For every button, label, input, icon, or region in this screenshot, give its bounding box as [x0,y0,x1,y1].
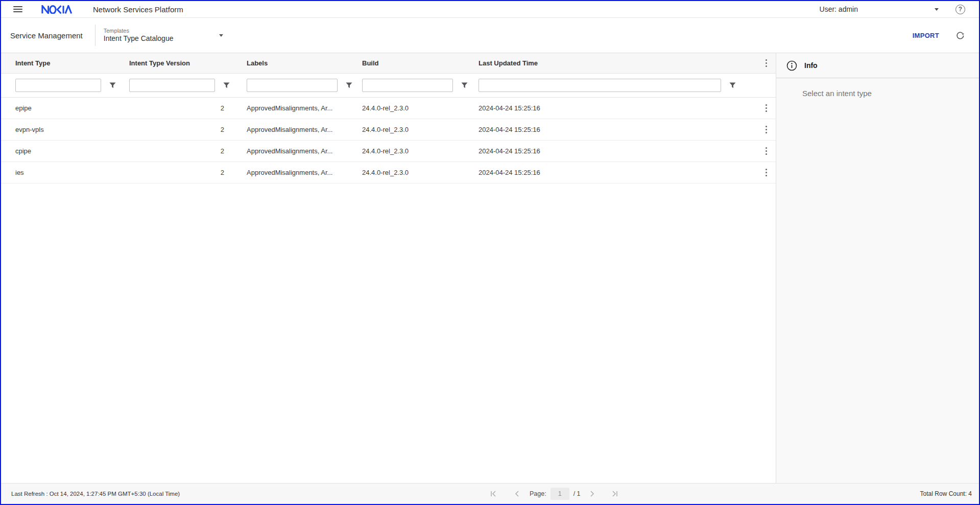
funnel-icon[interactable] [461,82,468,88]
cell-build: 24.4.0-rel_2.3.0 [362,126,479,133]
table-row-epipe[interactable]: epipe 2 ApprovedMisalignments, Ar... 24.… [1,98,776,119]
refresh-icon[interactable] [955,31,965,40]
cell-version: 2 [129,104,247,112]
user-menu-label: User: admin [820,5,858,13]
cell-build: 24.4.0-rel_2.3.0 [362,169,479,176]
info-panel-placeholder: Select an intent type [802,89,979,98]
filter-input-build[interactable] [362,79,453,92]
column-header-last-updated-time: Last Updated Time [479,59,737,67]
hamburger-menu-icon[interactable] [13,6,22,12]
nokia-logo [41,5,73,14]
cell-intent-type: epipe [15,104,129,112]
templates-dropdown-value: Intent Type Catalogue [104,34,174,43]
import-button[interactable]: IMPORT [913,32,939,39]
cell-build: 24.4.0-rel_2.3.0 [362,147,479,155]
total-row-count: Total Row Count: 4 [920,490,979,497]
templates-dropdown[interactable]: Templates Intent Type Catalogue [104,28,231,43]
cell-version: 2 [129,169,247,176]
table-row-evpn-vpls[interactable]: evpn-vpls 2 ApprovedMisalignments, Ar...… [1,119,776,141]
cell-last-updated: 2024-04-24 15:25:16 [479,169,737,176]
row-actions-kebab-icon[interactable] [763,146,770,157]
first-page-icon[interactable] [489,490,498,498]
table-filter-row [1,74,776,98]
column-header-build: Build [362,59,479,67]
cell-last-updated: 2024-04-24 15:25:16 [479,126,737,133]
cell-last-updated: 2024-04-24 15:25:16 [479,147,737,155]
funnel-icon[interactable] [346,82,352,88]
page-total: / 1 [573,490,581,497]
column-header-intent-type: Intent Type [15,59,129,67]
last-refresh-text: Last Refresh : Oct 14, 2024, 1:27:45 PM … [1,491,180,497]
info-circle-icon [786,60,797,71]
pagination: Page: / 1 [489,488,619,500]
info-panel-header: Info [776,53,979,78]
chevron-down-icon[interactable] [935,8,939,11]
divider [95,25,95,46]
cell-intent-type: cpipe [15,147,129,155]
cell-labels: ApprovedMisalignments, Ar... [247,169,362,176]
funnel-icon[interactable] [109,82,116,88]
help-icon[interactable]: ? [955,5,965,14]
prev-page-icon[interactable] [514,490,520,498]
table-empty-area [1,183,776,483]
status-bar: Last Refresh : Oct 14, 2024, 1:27:45 PM … [1,483,979,504]
cell-labels: ApprovedMisalignments, Ar... [247,104,362,112]
info-panel-title: Info [804,61,818,70]
cell-version: 2 [129,126,247,133]
intent-type-table: Intent Type Intent Type Version Labels B… [1,53,776,483]
toolbar: Service Management Templates Intent Type… [1,18,979,53]
funnel-icon[interactable] [223,82,230,88]
app-title: Network Services Platform [93,5,183,14]
cell-intent-type: ies [15,169,129,176]
top-bar: Network Services Platform User: admin ? [1,1,979,18]
table-row-ies[interactable]: ies 2 ApprovedMisalignments, Ar... 24.4.… [1,162,776,183]
table-header-row: Intent Type Intent Type Version Labels B… [1,53,776,74]
table-settings-kebab-icon[interactable] [763,58,770,69]
main-content: Intent Type Intent Type Version Labels B… [1,53,979,483]
cell-labels: ApprovedMisalignments, Ar... [247,147,362,155]
cell-build: 24.4.0-rel_2.3.0 [362,104,479,112]
filter-input-last-updated-time[interactable] [479,79,721,92]
funnel-icon[interactable] [729,82,736,88]
column-header-labels: Labels [247,59,362,67]
row-actions-kebab-icon[interactable] [763,124,770,135]
next-page-icon[interactable] [589,490,595,498]
column-header-intent-type-version: Intent Type Version [129,59,247,67]
section-title: Service Management [1,31,83,40]
last-page-icon[interactable] [610,490,619,498]
filter-input-labels[interactable] [247,79,338,92]
filter-input-intent-type-version[interactable] [129,79,215,92]
chevron-down-icon [219,34,223,37]
cell-version: 2 [129,147,247,155]
info-panel: Info Select an intent type [776,53,979,483]
row-actions-kebab-icon[interactable] [763,167,770,178]
cell-intent-type: evpn-vpls [15,126,129,133]
cell-labels: ApprovedMisalignments, Ar... [247,126,362,133]
table-row-cpipe[interactable]: cpipe 2 ApprovedMisalignments, Ar... 24.… [1,141,776,162]
templates-dropdown-label: Templates [104,28,174,34]
page-label: Page: [530,490,546,497]
filter-input-intent-type[interactable] [15,79,101,92]
cell-last-updated: 2024-04-24 15:25:16 [479,104,737,112]
page-input[interactable] [551,488,569,500]
row-actions-kebab-icon[interactable] [763,103,770,114]
